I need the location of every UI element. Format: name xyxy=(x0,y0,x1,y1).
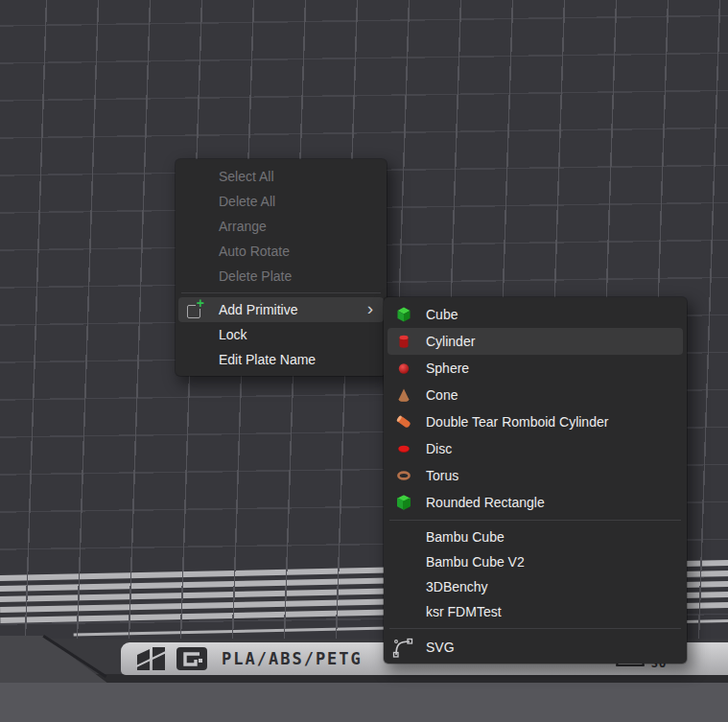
add-primitive-submenu: Cube Cylinder Sphere Cone Doub xyxy=(384,297,687,664)
submenu-item-bambu-cube[interactable]: Bambu Cube xyxy=(384,524,687,549)
workspace-background xyxy=(0,683,728,722)
submenu-item-label: ksr FDMTest xyxy=(426,604,502,619)
add-primitive-icon: + xyxy=(187,302,203,318)
menu-item-label: Delete All xyxy=(219,194,275,209)
plate-material-label: PLA/ABS/PETG xyxy=(222,649,363,668)
menu-separator xyxy=(389,628,681,629)
submenu-item-sphere[interactable]: Sphere xyxy=(384,355,687,382)
submenu-item-label: Bambu Cube V2 xyxy=(426,554,525,570)
menu-item-label: Auto Rotate xyxy=(219,244,290,259)
submenu-item-torus[interactable]: Torus xyxy=(384,462,687,489)
submenu-item-label: Disc xyxy=(426,441,452,456)
cube-icon xyxy=(395,306,412,323)
submenu-item-label: Double Tear Romboid Cylinder xyxy=(426,414,608,430)
submenu-item-ksr-fdmtest[interactable]: ksr FDMTest xyxy=(384,599,687,624)
menu-item-label: Lock xyxy=(219,327,247,342)
submenu-item-label: Rounded Rectangle xyxy=(426,495,545,510)
slanted-cylinder-icon xyxy=(395,413,412,431)
submenu-item-label: Cylinder xyxy=(426,334,475,349)
submenu-item-label: 3DBenchy xyxy=(426,579,488,594)
menu-item-label: Select All xyxy=(219,169,274,184)
submenu-item-rounded-rectangle[interactable]: Rounded Rectangle xyxy=(384,489,687,516)
submenu-item-label: Bambu Cube xyxy=(426,529,505,545)
menu-item-arrange: Arrange xyxy=(176,214,387,239)
menu-item-auto-rotate: Auto Rotate xyxy=(176,239,387,264)
menu-item-delete-all: Delete All xyxy=(176,189,387,214)
menu-item-edit-plate-name[interactable]: Edit Plate Name xyxy=(176,347,387,372)
submenu-item-3dbenchy[interactable]: 3DBenchy xyxy=(384,574,687,599)
sphere-icon xyxy=(395,360,412,377)
cylinder-icon xyxy=(395,333,412,350)
plate-type-logo xyxy=(176,646,208,671)
submenu-item-svg[interactable]: SVG xyxy=(384,633,687,662)
submenu-item-label: SVG xyxy=(426,640,455,655)
menu-item-label: Edit Plate Name xyxy=(219,352,316,367)
submenu-item-label: Cube xyxy=(426,307,458,322)
submenu-item-label: Torus xyxy=(426,468,458,483)
menu-item-label: Delete Plate xyxy=(219,268,292,284)
submenu-item-double-tear-romboid-cylinder[interactable]: Double Tear Romboid Cylinder xyxy=(384,408,687,435)
disc-icon xyxy=(395,440,412,457)
menu-separator xyxy=(389,520,681,521)
submenu-item-cone[interactable]: Cone xyxy=(384,382,687,408)
menu-item-label: Arrange xyxy=(219,219,267,234)
menu-item-lock[interactable]: Lock xyxy=(176,322,387,347)
cone-icon xyxy=(395,386,412,404)
context-menu: Select All Delete All Arrange Auto Rotat… xyxy=(176,159,387,376)
menu-separator xyxy=(181,292,381,293)
menu-item-add-primitive[interactable]: + Add Primitive › xyxy=(178,297,384,322)
menu-item-select-all: Select All xyxy=(176,164,387,189)
menu-item-delete-plate: Delete Plate xyxy=(176,264,387,289)
torus-icon xyxy=(395,467,412,484)
submenu-item-cube[interactable]: Cube xyxy=(384,301,687,328)
submenu-item-disc[interactable]: Disc xyxy=(384,435,687,462)
bezier-curve-icon xyxy=(391,637,414,660)
submenu-item-bambu-cube-v2[interactable]: Bambu Cube V2 xyxy=(384,549,687,574)
submenu-arrow-icon: › xyxy=(367,296,373,321)
submenu-item-label: Sphere xyxy=(426,361,469,376)
submenu-item-label: Cone xyxy=(426,387,458,403)
bambu-lab-logo xyxy=(136,646,167,671)
rounded-box-icon xyxy=(395,494,412,511)
submenu-item-cylinder[interactable]: Cylinder xyxy=(387,328,683,355)
menu-item-label: Add Primitive xyxy=(219,302,297,317)
